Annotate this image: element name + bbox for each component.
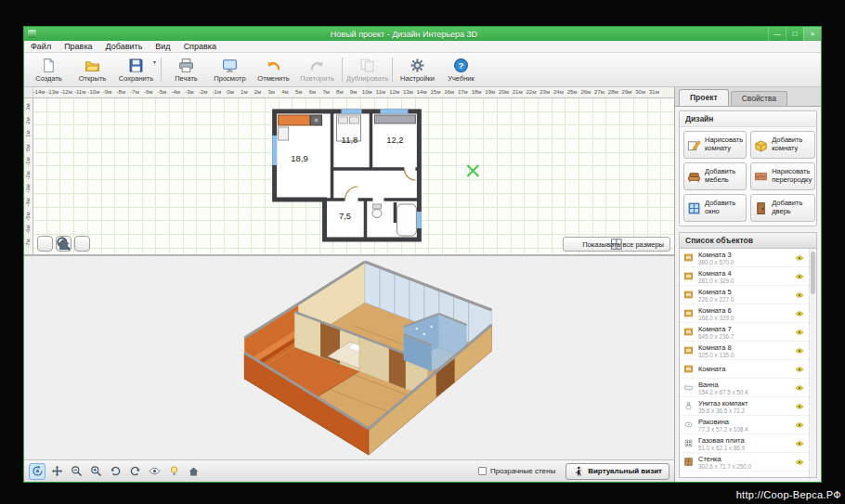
- menu-item-edit[interactable]: Правка: [58, 41, 98, 52]
- tutorial-button[interactable]: ?Учебник: [439, 54, 483, 85]
- open-button[interactable]: Открыть: [71, 54, 114, 85]
- visibility-eye-icon[interactable]: [794, 420, 805, 430]
- visibility-eye-icon[interactable]: [794, 291, 805, 300]
- visibility-eye-icon[interactable]: [794, 346, 805, 355]
- v-ruler-label: 3м: [25, 102, 31, 111]
- add-furniture-button[interactable]: Добавить мебель: [683, 162, 747, 190]
- window-title: Новый проект - Дизайн Интерьера 3D: [40, 30, 768, 39]
- v-ruler-label: -6м: [25, 225, 31, 234]
- object-dimensions: 281.0 x 329.0: [698, 278, 789, 284]
- orbit-tool-button[interactable]: [29, 463, 46, 480]
- draw-room-button[interactable]: Нарисовать комнату: [683, 131, 747, 159]
- virtual-tour-button[interactable]: Виртуальный визит: [566, 463, 670, 480]
- minimize-button[interactable]: —: [768, 27, 786, 41]
- object-row[interactable]: Комната 4281.0 x 329.0: [680, 267, 809, 286]
- new-icon: [41, 58, 57, 73]
- objects-list-scrollbar[interactable]: [809, 249, 816, 477]
- object-row[interactable]: Раковина77.3 x 57.2 x 108.4: [680, 416, 809, 434]
- maximize-button[interactable]: □: [786, 27, 803, 41]
- close-button[interactable]: ×: [803, 27, 821, 41]
- visibility-eye-icon[interactable]: [794, 383, 805, 393]
- object-info: Комната 7645.0 x 236.7: [698, 325, 789, 340]
- visibility-eye-icon[interactable]: [794, 439, 805, 448]
- h-ruler-label: -13м: [46, 89, 58, 95]
- h-ruler-label: 16м: [444, 89, 454, 95]
- rotate-left-tool-button[interactable]: [107, 463, 124, 480]
- h-ruler-label: 17м: [458, 89, 468, 95]
- visibility-eye-icon[interactable]: [794, 458, 805, 467]
- print-button[interactable]: Печать: [164, 54, 208, 85]
- object-row[interactable]: Газовая плита51.0 x 62.1 x 86.9: [680, 434, 809, 453]
- visibility-eye-icon[interactable]: [794, 365, 805, 374]
- objects-section-title: Список объектов: [679, 232, 817, 249]
- plan-2d-view[interactable]: 3м2м1м0м-1м-2м-3м-4м-5м-6м-7м: [24, 98, 674, 254]
- lighting-tool-button[interactable]: [165, 463, 182, 480]
- menu-item-add[interactable]: Добавить: [99, 41, 150, 52]
- h-ruler-label: 5м: [295, 89, 302, 95]
- draw-partition-button[interactable]: Нарисовать перегородку: [750, 162, 815, 190]
- object-dimensions: 154.2 x 67.5 x 50.4: [698, 389, 789, 395]
- room-object-icon: [683, 252, 694, 263]
- visibility-eye-icon[interactable]: [794, 309, 805, 318]
- add-door-button[interactable]: Добавить дверь: [750, 194, 815, 222]
- scrollbar-thumb[interactable]: [811, 252, 815, 294]
- tab-properties[interactable]: Свойства: [731, 91, 787, 106]
- preview-button[interactable]: Просмотр: [208, 54, 252, 85]
- object-row[interactable]: Комната: [680, 360, 809, 379]
- transparent-walls-checkbox[interactable]: Прозрачные стены: [478, 467, 555, 475]
- add-window-button[interactable]: Добавить окно: [683, 194, 747, 222]
- view-3d[interactable]: [24, 256, 674, 459]
- new-button[interactable]: Создать: [27, 54, 71, 85]
- object-row[interactable]: Комната 5226.0 x 227.0: [680, 286, 809, 304]
- plan-grid[interactable]: 18,911,812,27,5 Показывать все размеры: [33, 98, 674, 254]
- title-bar[interactable]: Новый проект - Дизайн Интерьера 3D — □ ×: [24, 27, 821, 41]
- menu-item-file[interactable]: Файл: [24, 41, 58, 52]
- object-row[interactable]: Комната 3380.0 x 570.0: [680, 249, 809, 267]
- undo-button[interactable]: Отменить: [252, 54, 295, 85]
- show-all-sizes-button[interactable]: Показывать все размеры: [563, 237, 670, 252]
- main-area: -14м-13м-12м-11м-10м-9м-8м-7м-6м-5м-4м-3…: [24, 87, 821, 482]
- h-ruler-label: 20м: [499, 89, 509, 95]
- object-dimensions: 77.3 x 57.2 x 108.4: [698, 426, 789, 433]
- vertical-ruler: 3м2м1м0м-1м-2м-3м-4м-5м-6м-7м: [24, 98, 33, 254]
- h-ruler-label: 31м: [649, 89, 659, 95]
- tab-project[interactable]: Проект: [679, 89, 729, 106]
- grid-sizes-icon: [569, 239, 578, 249]
- h-ruler-label: 2м: [254, 89, 261, 95]
- object-row[interactable]: Унитаз компакт35.6 x 36.5 x 71.2: [680, 397, 809, 416]
- h-ruler-label: 27м: [594, 89, 604, 95]
- save-dropdown-arrow-icon[interactable]: ▾: [153, 58, 156, 65]
- pan-tool-button[interactable]: [48, 463, 65, 480]
- object-row[interactable]: Комната 7645.0 x 236.7: [680, 323, 809, 342]
- v-ruler-label: 0м: [25, 143, 31, 152]
- zoom-in-3d-tool-button[interactable]: [87, 463, 104, 480]
- objects-list[interactable]: Комната 3380.0 x 570.0Комната 4281.0 x 3…: [679, 249, 817, 478]
- save-button[interactable]: Сохранить▾: [114, 54, 158, 85]
- room-object-icon: [683, 271, 694, 281]
- home-2d-button[interactable]: [74, 236, 90, 252]
- view-mode-tool-button[interactable]: [146, 463, 162, 480]
- menu-item-help[interactable]: Справка: [177, 41, 223, 52]
- visibility-eye-icon[interactable]: [794, 402, 805, 411]
- home-3d-tool-button[interactable]: [185, 463, 202, 480]
- object-name: Стенка: [698, 455, 789, 463]
- menu-item-view[interactable]: Вид: [149, 41, 176, 52]
- zoom-out-3d-tool-button[interactable]: [68, 463, 84, 480]
- toolbar-separator: [161, 58, 162, 82]
- rotate-right-tool-button[interactable]: [126, 463, 143, 480]
- room-object-icon: [683, 345, 694, 355]
- h-ruler-label: 11м: [376, 89, 385, 95]
- visibility-eye-icon[interactable]: [794, 253, 805, 263]
- checkbox-box[interactable]: [478, 467, 487, 475]
- object-row[interactable]: Стенка302.6 x 71.7 x 250.0: [680, 453, 809, 472]
- add-furniture-icon: [687, 170, 701, 184]
- add-room-button[interactable]: Добавить комнату: [750, 131, 815, 159]
- visibility-eye-icon[interactable]: [794, 272, 805, 281]
- object-row[interactable]: Ванна154.2 x 67.5 x 50.4: [680, 379, 809, 397]
- settings-button[interactable]: Настройки: [396, 54, 439, 85]
- object-row[interactable]: Комната 6168.0 x 329.0: [680, 304, 809, 323]
- object-row[interactable]: Комната 8325.0 x 135.0: [680, 342, 809, 360]
- visibility-eye-icon[interactable]: [794, 328, 805, 337]
- h-ruler-label: 6м: [309, 89, 316, 95]
- room-area-label: 7,5: [339, 211, 351, 221]
